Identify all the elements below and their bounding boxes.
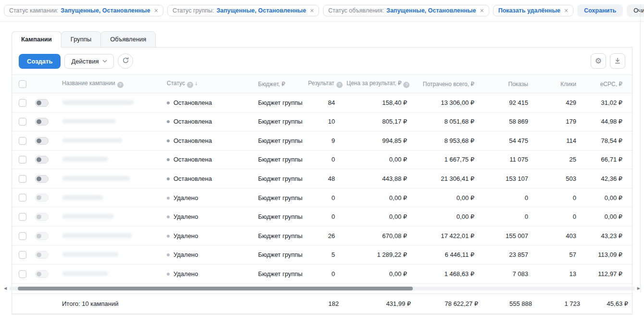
campaign-enable-toggle[interactable]	[35, 194, 49, 202]
column-header-impressions[interactable]: Показы	[482, 75, 536, 93]
filter-chip-ad-status[interactable]: Статус объявления: Запущенные, Остановле…	[323, 5, 489, 16]
totals-ecpc: 45,63 ₽	[584, 293, 632, 314]
status-dot-icon	[167, 120, 170, 123]
info-icon[interactable]	[117, 82, 124, 88]
campaign-enable-toggle[interactable]	[35, 251, 49, 259]
campaign-enable-toggle[interactable]	[35, 156, 49, 164]
status-label: Остановлена	[173, 99, 212, 106]
header-toggle-cell	[31, 75, 58, 93]
close-icon[interactable]	[153, 7, 158, 14]
column-header-price[interactable]: Цена за результат, ₽	[343, 75, 415, 93]
toolbar: Создать Действия ⚙	[12, 48, 632, 75]
filter-chip-label: Статус группы:	[173, 7, 214, 14]
price-per-result-cell: 994,85 ₽	[343, 131, 415, 151]
scrollbar-thumb[interactable]	[18, 287, 413, 290]
info-icon[interactable]	[187, 82, 193, 88]
refresh-button[interactable]	[118, 53, 133, 69]
campaign-name-link[interactable]	[62, 138, 123, 143]
column-header-clicks[interactable]: Клики	[536, 75, 584, 93]
filter-chip-campaign-status[interactable]: Статус кампании: Запущенные, Остановленн…	[4, 5, 163, 16]
table-settings-button[interactable]: ⚙	[591, 53, 606, 69]
status-label: Удалено	[173, 232, 198, 239]
row-checkbox[interactable]	[19, 118, 26, 126]
close-icon[interactable]	[563, 7, 568, 14]
scroll-left-arrow-icon[interactable]: ◀	[4, 287, 7, 290]
select-all-checkbox[interactable]	[19, 80, 26, 88]
row-checkbox[interactable]	[19, 232, 26, 240]
toggle-knob	[37, 101, 41, 105]
campaign-name-link[interactable]	[62, 233, 132, 238]
campaign-enable-toggle[interactable]	[35, 175, 49, 183]
row-checkbox[interactable]	[19, 99, 26, 107]
filter-chip-show-deleted[interactable]: Показать удалённые	[493, 5, 574, 16]
row-checkbox-cell	[12, 93, 31, 113]
column-header-name[interactable]: Название кампании	[58, 75, 163, 93]
campaign-enable-toggle[interactable]	[35, 99, 49, 107]
save-filters-button[interactable]: Сохранить	[577, 4, 623, 17]
result-cell: 10	[304, 112, 343, 131]
campaign-enable-toggle[interactable]	[35, 270, 49, 278]
toggle-knob	[37, 252, 41, 257]
info-icon[interactable]	[403, 82, 409, 88]
campaign-enable-toggle[interactable]	[35, 232, 49, 240]
status-dot-icon	[167, 273, 170, 276]
header-checkbox-cell	[12, 75, 31, 93]
row-checkbox[interactable]	[19, 251, 26, 259]
column-header-ecpc[interactable]: eCPC, ₽	[584, 75, 632, 93]
campaign-enable-toggle[interactable]	[35, 213, 49, 221]
row-checkbox[interactable]	[19, 175, 26, 183]
row-checkbox[interactable]	[19, 137, 26, 145]
campaign-name-cell	[58, 207, 163, 227]
tab-ads[interactable]: Объявления	[100, 31, 156, 48]
actions-dropdown-button[interactable]: Действия	[64, 54, 114, 69]
sort-desc-icon[interactable]	[195, 80, 198, 87]
campaign-name-link[interactable]	[62, 157, 108, 162]
result-cell: 5	[304, 245, 343, 265]
status-dot-icon	[167, 215, 170, 218]
spent-total-cell: 17 422,01 ₽	[415, 226, 482, 245]
campaign-name-link[interactable]	[62, 271, 108, 276]
scroll-right-arrow-icon[interactable]: ▶	[637, 287, 640, 290]
filter-chip-value: Показать удалённые	[498, 7, 560, 14]
status-dot-icon	[167, 139, 170, 142]
close-icon[interactable]	[309, 7, 314, 14]
row-checkbox[interactable]	[19, 194, 26, 202]
toggle-knob	[37, 119, 41, 124]
campaign-enable-toggle[interactable]	[35, 137, 49, 145]
row-checkbox[interactable]	[19, 213, 26, 221]
column-header-result[interactable]: Результат	[304, 75, 343, 93]
row-checkbox-cell	[12, 207, 31, 227]
row-checkbox[interactable]	[19, 156, 26, 164]
filter-chip-group-status[interactable]: Статус группы: Запущенные, Остановленные	[167, 5, 319, 16]
campaign-name-link[interactable]	[62, 195, 103, 200]
table-row: Остановлена Бюджет группы 48 443,88 ₽ 21…	[12, 169, 632, 189]
tab-campaigns[interactable]: Кампании	[12, 31, 62, 48]
download-icon	[614, 57, 621, 65]
row-checkbox[interactable]	[19, 270, 26, 278]
row-toggle-cell	[31, 150, 58, 169]
row-toggle-cell	[31, 245, 58, 265]
column-header-spent[interactable]: Потрачено всего, ₽	[415, 75, 482, 93]
clicks-cell: 503	[536, 169, 584, 189]
ecpc-cell: 43,23 ₽	[584, 226, 632, 245]
table-row: Удалено Бюджет группы 0 0,00 ₽ 0,00 ₽ 0 …	[12, 188, 632, 207]
campaign-name-link[interactable]	[62, 252, 119, 257]
export-button[interactable]	[610, 53, 625, 69]
impressions-cell: 92 415	[482, 93, 536, 113]
campaign-name-link[interactable]	[62, 100, 134, 105]
tab-groups[interactable]: Группы	[61, 31, 101, 48]
info-icon[interactable]	[336, 82, 343, 88]
column-header-budget[interactable]: Бюджет, ₽	[253, 75, 304, 93]
create-button[interactable]: Создать	[19, 54, 61, 69]
result-cell: 9	[304, 131, 343, 151]
filter-chip-label: Статус объявления:	[328, 7, 384, 14]
campaign-name-link[interactable]	[62, 176, 130, 181]
close-icon[interactable]	[478, 7, 483, 14]
table-row: Удалено Бюджет группы 0 0,00 ₽ 1 468,63 …	[12, 265, 632, 284]
clear-filters-button[interactable]: Очистить	[627, 4, 644, 17]
campaign-name-link[interactable]	[62, 214, 114, 219]
column-header-status[interactable]: Статус	[163, 75, 253, 93]
campaign-name-link[interactable]	[62, 119, 116, 124]
campaign-enable-toggle[interactable]	[35, 118, 49, 126]
price-per-result-cell: 1 289,22 ₽	[343, 245, 415, 265]
